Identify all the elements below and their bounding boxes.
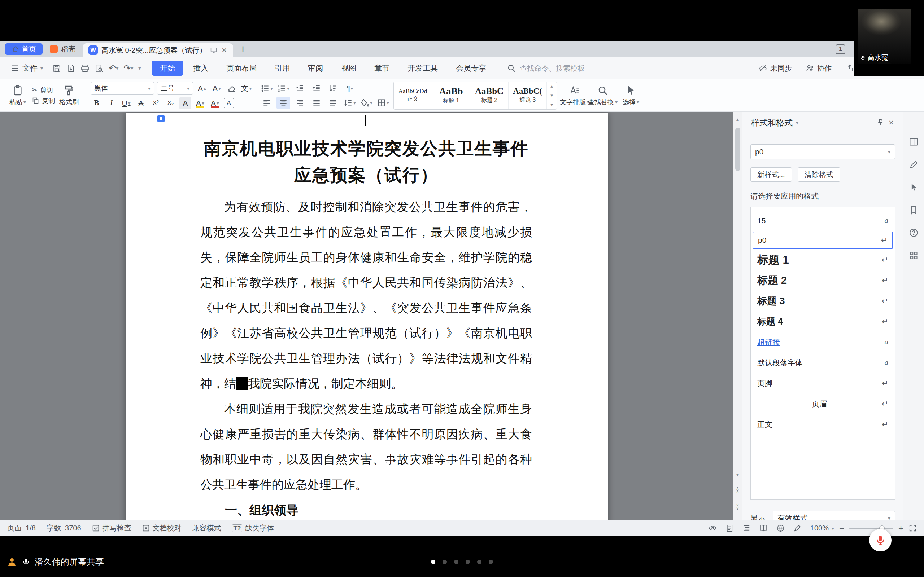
shrink-font-button[interactable]: A▾ bbox=[211, 82, 223, 95]
document-tab[interactable]: W 高水冤 0-2突...应急预案（试行） × bbox=[82, 43, 233, 57]
copy-button[interactable]: 复制 bbox=[32, 97, 55, 105]
page-view-icon[interactable] bbox=[725, 524, 734, 532]
distribute-button[interactable] bbox=[326, 97, 340, 109]
align-left-button[interactable] bbox=[260, 97, 274, 109]
select-cursor-icon[interactable] bbox=[909, 182, 919, 192]
find-replace-button[interactable]: 查找替换▾ bbox=[589, 85, 617, 106]
window-count-badge[interactable]: 1 bbox=[835, 44, 845, 54]
spellcheck-toggle[interactable]: 拼写检查 bbox=[92, 523, 131, 533]
missing-font-button[interactable]: T? 缺失字体 bbox=[232, 523, 274, 533]
paste-button[interactable]: 粘贴▾ bbox=[3, 85, 32, 106]
tab-home[interactable]: 开始 bbox=[152, 61, 183, 76]
undo-button[interactable]: ↶▾ bbox=[107, 62, 120, 74]
numbering-button[interactable]: ▾ bbox=[276, 82, 290, 95]
text-layout-button[interactable]: 文字排版▾ bbox=[561, 85, 589, 106]
edit-pen-icon[interactable] bbox=[909, 160, 919, 169]
print-preview-button[interactable] bbox=[93, 62, 105, 74]
participant-video[interactable]: 高水冤 bbox=[858, 9, 911, 64]
cut-button[interactable]: ✂剪切 bbox=[32, 86, 55, 95]
show-filter-combo[interactable]: 有效样式 ▾ bbox=[773, 511, 895, 520]
word-count[interactable]: 字数: 3706 bbox=[47, 523, 81, 533]
style-item[interactable]: 正文↵ bbox=[751, 414, 895, 435]
dot[interactable] bbox=[454, 560, 459, 564]
proofread-toggle[interactable]: 文档校对 bbox=[142, 523, 181, 533]
home-button[interactable]: 首页 bbox=[5, 43, 43, 55]
sort-button[interactable] bbox=[326, 82, 340, 95]
superscript-button[interactable]: X² bbox=[150, 97, 162, 109]
collaborate-button[interactable]: 协作 bbox=[806, 63, 832, 73]
page-marker-icon[interactable] bbox=[157, 115, 165, 122]
style-item[interactable]: 页眉↵ bbox=[751, 393, 895, 414]
show-marks-button[interactable]: ¶▾ bbox=[343, 82, 357, 95]
dot[interactable] bbox=[465, 560, 470, 564]
tab-page-layout[interactable]: 页面布局 bbox=[218, 61, 265, 76]
zoom-out-button[interactable]: − bbox=[839, 524, 844, 533]
file-menu[interactable]: 文件 ▾ bbox=[6, 63, 47, 73]
style-item-selected[interactable]: p0↵ bbox=[753, 232, 893, 249]
close-tab-icon[interactable]: × bbox=[221, 46, 228, 55]
meeting-mic-button[interactable] bbox=[869, 529, 892, 551]
subscript-button[interactable]: X₂ bbox=[165, 97, 176, 109]
grow-font-button[interactable]: A▴ bbox=[196, 82, 208, 95]
strikethrough-button[interactable]: A bbox=[135, 97, 147, 109]
clear-format-button[interactable] bbox=[226, 82, 237, 95]
justify-button[interactable] bbox=[310, 97, 323, 109]
command-search[interactable]: 查找命令、搜索模板 bbox=[507, 63, 585, 73]
document-page[interactable]: 南京机电职业技术学院突发公共卫生事件 应急预案（试行） 为有效预防、及时控制和消… bbox=[126, 113, 608, 520]
style-item[interactable]: 标题 4↵ bbox=[751, 311, 895, 332]
edit-mode-icon[interactable] bbox=[793, 524, 802, 532]
borders-button[interactable]: ▾ bbox=[376, 97, 390, 109]
fullscreen-icon[interactable] bbox=[908, 524, 917, 532]
save-button[interactable] bbox=[51, 62, 63, 74]
help-icon[interactable] bbox=[909, 228, 919, 238]
gallery-up-button[interactable]: ▴ bbox=[547, 82, 557, 91]
tab-view[interactable]: 视图 bbox=[333, 61, 365, 76]
align-center-button[interactable] bbox=[276, 97, 290, 109]
close-panel-icon[interactable]: × bbox=[888, 118, 894, 127]
panel-layout-icon[interactable] bbox=[909, 137, 919, 147]
increase-indent-button[interactable] bbox=[310, 82, 323, 95]
bold-button[interactable]: B bbox=[90, 97, 102, 109]
style-normal[interactable]: AaBbCcDd 正文 bbox=[394, 82, 432, 109]
tab-insert[interactable]: 插入 bbox=[185, 61, 216, 76]
pin-icon[interactable] bbox=[876, 118, 885, 127]
highlight-color-button[interactable]: A▾ bbox=[194, 97, 206, 109]
compat-mode-label[interactable]: 兼容模式 bbox=[192, 523, 221, 533]
char-border-button[interactable]: A bbox=[224, 98, 234, 108]
eye-protect-icon[interactable] bbox=[709, 524, 717, 532]
decrease-indent-button[interactable] bbox=[293, 82, 307, 95]
customize-toolbar-button[interactable]: ▾ bbox=[137, 64, 142, 72]
underline-button[interactable]: U▾ bbox=[120, 97, 132, 109]
previous-page-button[interactable]: ∧∧ bbox=[733, 487, 742, 493]
font-color-button[interactable]: A▾ bbox=[209, 97, 221, 109]
scroll-up-icon[interactable]: ▲ bbox=[733, 117, 742, 122]
align-right-button[interactable] bbox=[293, 97, 307, 109]
dot[interactable] bbox=[489, 560, 493, 564]
phonetic-guide-button[interactable]: 文▾ bbox=[241, 82, 252, 95]
zoom-slider[interactable] bbox=[849, 528, 893, 529]
scrollbar-thumb[interactable] bbox=[735, 128, 740, 171]
page-indicator[interactable]: 页面: 1/8 bbox=[7, 523, 36, 533]
style-heading1[interactable]: AaBb 标题 1 bbox=[432, 82, 470, 109]
dot[interactable] bbox=[443, 560, 447, 564]
bullets-button[interactable]: ▾ bbox=[260, 82, 274, 95]
style-item[interactable]: 标题 1↵ bbox=[751, 250, 895, 270]
zoom-level[interactable]: 100%▾ bbox=[810, 524, 834, 532]
docer-tab[interactable]: 稻壳 bbox=[43, 41, 82, 57]
tab-developer[interactable]: 开发工具 bbox=[399, 61, 446, 76]
gallery-more-button[interactable]: ▾ bbox=[547, 100, 557, 109]
sync-status-button[interactable]: 未同步 bbox=[759, 63, 792, 73]
new-tab-button[interactable]: + bbox=[240, 44, 246, 55]
font-name-combo[interactable]: 黑体▾ bbox=[90, 82, 154, 95]
web-layout-icon[interactable] bbox=[776, 524, 785, 532]
new-style-button[interactable]: 新样式... bbox=[750, 167, 792, 182]
scroll-down-icon[interactable]: ▼ bbox=[733, 472, 742, 477]
char-shading-button[interactable]: A bbox=[179, 97, 191, 109]
tab-member[interactable]: 会员专享 bbox=[447, 61, 494, 76]
line-spacing-button[interactable]: ▾ bbox=[343, 97, 357, 109]
select-button[interactable]: 选择▾ bbox=[617, 85, 645, 106]
format-painter-button[interactable]: 格式刷 bbox=[55, 85, 83, 106]
redo-button[interactable]: ↷▾ bbox=[122, 62, 135, 74]
tab-review[interactable]: 审阅 bbox=[300, 61, 331, 76]
tab-references[interactable]: 引用 bbox=[267, 61, 298, 76]
